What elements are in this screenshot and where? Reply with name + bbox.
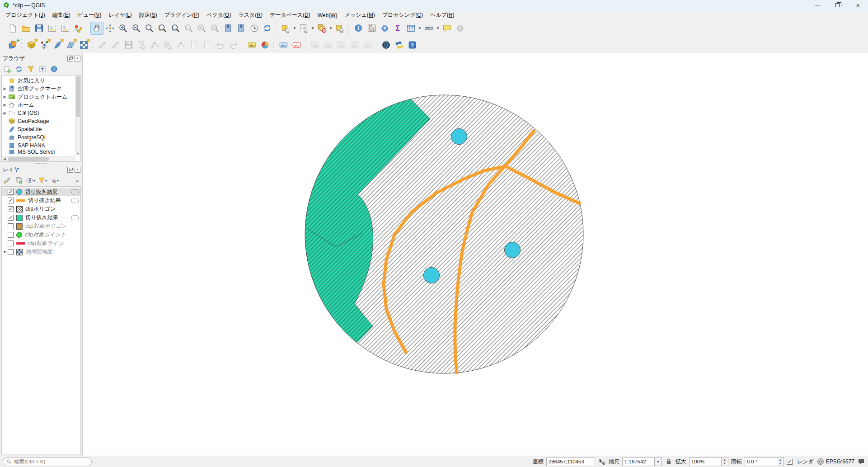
select-by-value-dropdown-icon[interactable]: ▼ bbox=[310, 22, 315, 35]
menu-o[interactable]: ベクタ(O) bbox=[203, 10, 235, 20]
layer-row[interactable]: ▼地理院地図 bbox=[2, 248, 80, 256]
browser-float-button[interactable] bbox=[67, 56, 73, 61]
select-features-dropdown-icon[interactable]: ▼ bbox=[292, 22, 297, 35]
browser-close-button[interactable]: × bbox=[75, 56, 80, 61]
deselect-features-button[interactable] bbox=[315, 22, 328, 35]
expand-icon[interactable]: ▶ bbox=[2, 86, 8, 91]
menu-s[interactable]: 設定(S) bbox=[136, 10, 161, 20]
close-button[interactable]: × bbox=[848, 0, 868, 10]
zoom-out-button[interactable] bbox=[130, 22, 143, 35]
deselect-features-dropdown-icon[interactable]: ▼ bbox=[328, 22, 333, 35]
layer-indicator-badge-icon[interactable] bbox=[71, 198, 79, 203]
open-attribute-table-dropdown-icon[interactable]: ▼ bbox=[418, 22, 422, 35]
processing-toolbox-button[interactable] bbox=[378, 22, 391, 35]
magnifier-input[interactable] bbox=[689, 458, 722, 466]
layer-row[interactable]: clip対象ポイント bbox=[2, 231, 80, 239]
scale-input[interactable] bbox=[622, 458, 655, 466]
browser-horizontal-scrollbar[interactable]: ◀ bbox=[2, 156, 75, 161]
menu-m[interactable]: メッシュ(M) bbox=[341, 10, 379, 20]
save-project-button[interactable] bbox=[33, 22, 46, 35]
cut-features-button[interactable] bbox=[174, 38, 188, 52]
refresh-browser-button[interactable] bbox=[14, 64, 24, 75]
browser-item[interactable]: SpatiaLite bbox=[2, 125, 80, 133]
layer-visibility-checkbox[interactable] bbox=[8, 223, 14, 229]
render-toggle[interactable]: ✓ レンダ bbox=[787, 458, 814, 466]
statistical-summary-abacus-button[interactable] bbox=[365, 22, 378, 35]
new-shapefile-layer-button[interactable]: ✱ bbox=[38, 38, 51, 52]
layers-close-button[interactable]: × bbox=[75, 167, 80, 173]
menu-e[interactable]: 編集(E) bbox=[49, 10, 74, 20]
lock-scale-icon[interactable] bbox=[665, 458, 673, 466]
map-canvas[interactable] bbox=[83, 53, 868, 456]
open-attribute-table-button[interactable] bbox=[404, 22, 418, 35]
layer-row[interactable]: ✓切り抜き結果 bbox=[2, 213, 80, 222]
zoom-full-extent-button[interactable] bbox=[143, 22, 156, 35]
zoom-to-selection-button[interactable] bbox=[156, 22, 169, 35]
render-checkbox[interactable]: ✓ bbox=[787, 459, 793, 465]
delete-selected-button[interactable] bbox=[161, 38, 174, 52]
layer-indicator-badge-icon[interactable] bbox=[71, 215, 79, 220]
browser-item[interactable]: ▶空間ブックマーク bbox=[2, 85, 80, 93]
menu-v[interactable]: ビュー(V) bbox=[74, 10, 105, 20]
map-tips-button[interactable] bbox=[441, 22, 454, 35]
layer-row[interactable]: ✓切り抜き結果 bbox=[2, 196, 80, 205]
python-console-button[interactable] bbox=[393, 38, 406, 52]
layer-indicator-badge-icon[interactable] bbox=[71, 189, 79, 194]
menu-w[interactable]: Web(W) bbox=[314, 11, 341, 19]
add-selected-layers-button[interactable] bbox=[2, 64, 13, 75]
browser-vertical-scrollbar[interactable]: ▼ bbox=[75, 75, 80, 156]
rotation-input[interactable] bbox=[745, 458, 777, 466]
undo-button[interactable] bbox=[214, 38, 227, 52]
change-label-properties-button[interactable] bbox=[361, 38, 374, 52]
zoom-to-layer-button[interactable] bbox=[169, 22, 182, 35]
layer-labeling-options-button[interactable] bbox=[245, 38, 258, 52]
annotations-button[interactable] bbox=[454, 22, 467, 35]
layer-visibility-checkbox[interactable] bbox=[8, 249, 14, 255]
browser-item[interactable]: ▶C:¥ (OS) bbox=[2, 109, 80, 117]
style-manager-button[interactable] bbox=[72, 22, 85, 35]
current-edits-button[interactable] bbox=[96, 38, 109, 52]
toggle-extents-icon[interactable] bbox=[598, 458, 606, 466]
layer-row[interactable]: clip対象ライン bbox=[2, 239, 80, 248]
rotation-spin[interactable]: ▲▼ bbox=[745, 458, 784, 466]
enable-disable-properties-button[interactable] bbox=[49, 64, 60, 75]
copy-features-button[interactable] bbox=[188, 38, 201, 52]
rotation-spin-buttons[interactable]: ▲▼ bbox=[777, 458, 784, 466]
manage-map-themes-button[interactable]: ▼ bbox=[25, 175, 36, 186]
minimize-button[interactable] bbox=[807, 0, 827, 10]
layer-row[interactable]: ✓clipポリゴン bbox=[2, 205, 80, 213]
menu-r[interactable]: ラスタ(R) bbox=[235, 10, 266, 20]
rotate-label-button[interactable] bbox=[348, 38, 361, 52]
show-layout-manager-button[interactable] bbox=[59, 22, 72, 35]
select-features-button[interactable] bbox=[279, 22, 292, 35]
layers-float-button[interactable] bbox=[67, 167, 73, 173]
magnifier-spin[interactable]: ▲▼ bbox=[689, 458, 728, 466]
zoom-last-button[interactable] bbox=[195, 22, 208, 35]
data-source-manager-button[interactable]: + bbox=[6, 38, 19, 52]
zoom-next-button[interactable] bbox=[208, 22, 221, 35]
filter-legend-button[interactable]: ▼ bbox=[37, 175, 48, 186]
vertex-tool-button[interactable] bbox=[148, 38, 161, 52]
measure-button[interactable] bbox=[422, 22, 436, 35]
layer-visibility-checkbox[interactable]: ✓ bbox=[8, 189, 14, 195]
layer-visibility-checkbox[interactable] bbox=[8, 241, 14, 246]
restore-button[interactable] bbox=[827, 0, 848, 10]
coordinate-input[interactable] bbox=[546, 458, 595, 466]
layer-row[interactable]: clip対象ポリゴン bbox=[2, 222, 80, 231]
help-contents-button[interactable] bbox=[406, 38, 419, 52]
pan-map-button[interactable] bbox=[90, 22, 103, 35]
browser-item[interactable]: お気に入り bbox=[2, 76, 80, 85]
new-print-layout-button[interactable] bbox=[46, 22, 59, 35]
new-spatial-bookmark-button[interactable] bbox=[221, 22, 235, 35]
browser-item[interactable]: ▶プロジェクトホーム bbox=[2, 93, 80, 101]
open-layer-styling-panel-button[interactable] bbox=[2, 175, 13, 186]
browser-item[interactable]: SAP HANA bbox=[2, 142, 80, 150]
filter-browser-button[interactable] bbox=[25, 64, 36, 75]
menu-h[interactable]: ヘルプ(H) bbox=[427, 10, 458, 20]
pin-unpin-labels-button[interactable] bbox=[309, 38, 322, 52]
show-unplaced-labels-button[interactable] bbox=[290, 38, 303, 52]
layer-visibility-checkbox[interactable]: ✓ bbox=[8, 206, 14, 212]
layer-styling-button[interactable] bbox=[258, 38, 272, 52]
expand-icon[interactable]: ▶ bbox=[2, 103, 8, 107]
highlight-pinned-labels-button[interactable] bbox=[277, 38, 290, 52]
